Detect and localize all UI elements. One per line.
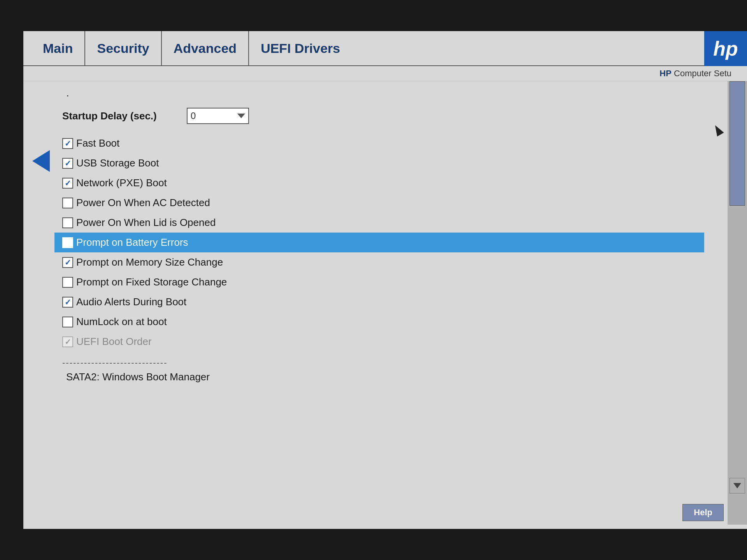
hp-logo: hp xyxy=(704,31,747,66)
checkbox-label-3: Power On When AC Detected xyxy=(76,197,210,209)
checkbox-box-7 xyxy=(62,277,73,288)
checkbox-item-1[interactable]: ✓USB Storage Boot xyxy=(62,153,696,173)
subtitle-text: Computer Setu xyxy=(672,68,731,78)
checkboxes-container: ✓Fast Boot✓USB Storage Boot✓Network (PXE… xyxy=(62,133,696,352)
divider-line: ----------------------------- xyxy=(62,358,696,368)
nav-advanced[interactable]: Advanced xyxy=(161,31,249,65)
left-arrow-button[interactable] xyxy=(31,151,51,171)
nav-uefi-drivers[interactable]: UEFI Drivers xyxy=(248,31,352,65)
chevron-down-icon xyxy=(733,483,741,488)
checkbox-item-0[interactable]: ✓Fast Boot xyxy=(62,133,696,153)
boot-manager-label: SATA2: Windows Boot Manager xyxy=(66,371,696,383)
checkbox-item-4[interactable]: Power On When Lid is Opened xyxy=(62,213,696,233)
scrollbar[interactable] xyxy=(728,81,747,525)
checkbox-item-5[interactable]: ✓Prompt on Battery Errors xyxy=(54,233,704,252)
checkbox-box-3 xyxy=(62,198,73,208)
nav-security[interactable]: Security xyxy=(84,31,161,65)
checkbox-item-8[interactable]: ✓Audio Alerts During Boot xyxy=(62,292,696,312)
left-arrow-icon xyxy=(32,150,50,172)
checkbox-label-7: Prompt on Fixed Storage Change xyxy=(76,276,227,288)
checkbox-check-icon-6: ✓ xyxy=(65,259,71,266)
checkbox-check-icon-2: ✓ xyxy=(65,179,71,187)
checkbox-box-9 xyxy=(62,317,73,327)
checkbox-box-4 xyxy=(62,217,73,228)
content-area: · Startup Delay (sec.) 0 ✓Fast Boot✓USB … xyxy=(23,81,747,525)
startup-delay-row: Startup Delay (sec.) 0 xyxy=(62,108,696,124)
mouse-cursor xyxy=(714,124,722,136)
checkbox-box-5: ✓ xyxy=(62,237,73,248)
nav-bar: Main Security Advanced UEFI Drivers hp xyxy=(23,31,747,66)
checkbox-box-2: ✓ xyxy=(62,178,73,189)
subtitle-hp: HP xyxy=(659,68,672,78)
checkbox-item-6[interactable]: ✓Prompt on Memory Size Change xyxy=(62,252,696,272)
nav-main[interactable]: Main xyxy=(39,31,84,65)
dropdown-arrow-icon xyxy=(237,114,245,118)
checkbox-label-2: Network (PXE) Boot xyxy=(76,177,167,189)
startup-delay-value: 0 xyxy=(191,110,234,121)
checkbox-label-0: Fast Boot xyxy=(76,137,119,149)
startup-delay-label: Startup Delay (sec.) xyxy=(62,110,171,122)
checkbox-check-icon-0: ✓ xyxy=(65,140,71,147)
help-button[interactable]: Help xyxy=(682,504,724,521)
hp-logo-text: hp xyxy=(713,37,738,60)
scrollbar-down-arrow[interactable] xyxy=(729,478,745,494)
checkbox-check-icon-10: ✓ xyxy=(65,338,71,346)
checkbox-label-5: Prompt on Battery Errors xyxy=(76,236,188,248)
checkbox-box-8: ✓ xyxy=(62,297,73,308)
checkbox-item-7[interactable]: Prompt on Fixed Storage Change xyxy=(62,272,696,292)
checkbox-label-8: Audio Alerts During Boot xyxy=(76,296,186,308)
scrollbar-thumb[interactable] xyxy=(729,81,745,206)
startup-delay-dropdown[interactable]: 0 xyxy=(187,108,249,124)
checkbox-label-4: Power On When Lid is Opened xyxy=(76,217,216,229)
checkbox-check-icon-5: ✓ xyxy=(65,239,71,247)
bios-screen: Main Security Advanced UEFI Drivers hp H… xyxy=(23,31,747,529)
checkbox-item-9[interactable]: NumLock on at boot xyxy=(62,312,696,332)
checkbox-item-10[interactable]: ✓UEFI Boot Order xyxy=(62,332,696,352)
dot-indicator: · xyxy=(66,89,696,102)
subtitle-bar: HP Computer Setu xyxy=(23,66,747,81)
checkbox-check-icon-1: ✓ xyxy=(65,159,71,167)
checkbox-label-6: Prompt on Memory Size Change xyxy=(76,256,223,268)
checkbox-box-1: ✓ xyxy=(62,158,73,169)
checkbox-label-1: USB Storage Boot xyxy=(76,157,159,169)
checkbox-item-2[interactable]: ✓Network (PXE) Boot xyxy=(62,173,696,193)
checkbox-item-3[interactable]: Power On When AC Detected xyxy=(62,193,696,213)
settings-content: · Startup Delay (sec.) 0 ✓Fast Boot✓USB … xyxy=(23,81,728,525)
checkbox-box-10: ✓ xyxy=(62,336,73,347)
checkbox-check-icon-8: ✓ xyxy=(65,298,71,306)
checkbox-label-10: UEFI Boot Order xyxy=(76,336,152,348)
checkbox-box-0: ✓ xyxy=(62,138,73,149)
checkbox-box-6: ✓ xyxy=(62,257,73,268)
checkbox-label-9: NumLock on at boot xyxy=(76,316,167,328)
